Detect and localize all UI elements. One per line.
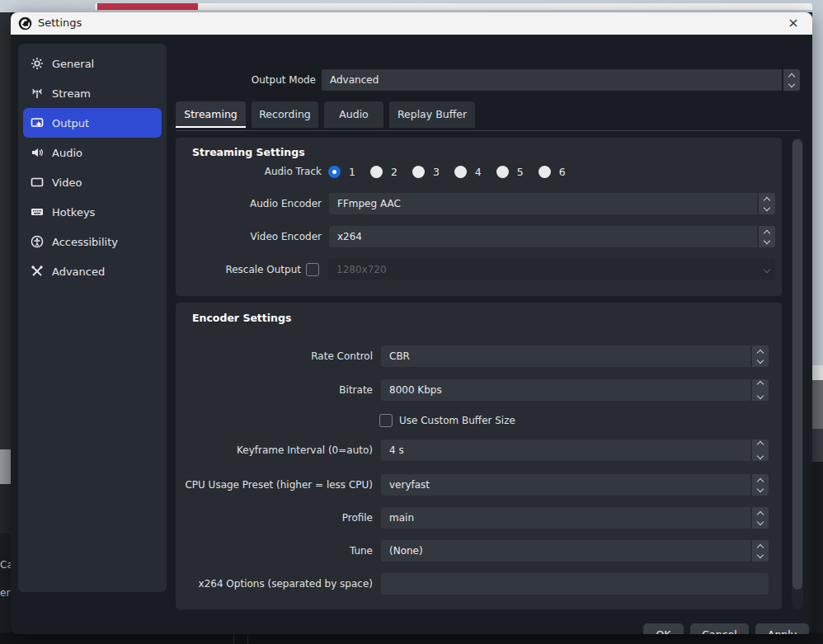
spinner-buttons[interactable]	[752, 540, 769, 562]
use-custom-buffer-size-label: Use Custom Buffer Size	[399, 410, 647, 431]
cpu-usage-preset-label: CPU Usage Preset (higher = less CPU)	[125, 474, 373, 496]
sidebar-item-hotkeys[interactable]: Hotkeys	[23, 197, 162, 227]
output-mode-label: Output Mode	[151, 69, 316, 91]
bitrate-value: 8000 Kbps	[381, 379, 750, 401]
background-divider	[233, 632, 234, 644]
radio-track-4[interactable]	[454, 166, 467, 178]
chevron-up-icon	[764, 229, 770, 236]
spinner-buttons[interactable]	[752, 507, 769, 529]
tab-replay-buffer[interactable]: Replay Buffer	[389, 101, 475, 128]
profile-select[interactable]: main	[381, 507, 769, 529]
radio-track-3[interactable]	[412, 166, 425, 178]
radio-track-1[interactable]	[328, 166, 341, 178]
desktop-background-right	[812, 12, 823, 632]
dropdown-button[interactable]	[759, 259, 775, 280]
sidebar-item-stream[interactable]: Stream	[23, 78, 162, 108]
chevron-up-icon	[757, 441, 764, 448]
radio-track-6[interactable]	[538, 166, 551, 178]
spinner-buttons[interactable]	[752, 474, 769, 496]
radio-track-5[interactable]	[496, 166, 509, 178]
chevron-down-icon	[788, 80, 795, 87]
apply-button[interactable]: Apply	[755, 623, 809, 634]
x264-options-label: x264 Options (separated by space)	[125, 573, 373, 595]
rescale-output-label: Rescale Output	[136, 259, 301, 280]
bitrate-label: Bitrate	[125, 379, 373, 401]
speaker-icon	[31, 146, 44, 159]
radio-label: 3	[433, 166, 440, 178]
sidebar-item-label: Video	[52, 176, 82, 189]
title-bar[interactable]: Settings ×	[11, 12, 812, 35]
video-encoder-label: Video Encoder	[157, 226, 322, 247]
background-text-fragment: Ca	[0, 559, 11, 571]
chevron-up-icon	[788, 73, 795, 79]
radio-label: 5	[517, 166, 524, 178]
chevron-down-icon	[764, 204, 770, 210]
output-icon	[31, 116, 44, 129]
desktop-background-left: Ca er	[0, 12, 11, 632]
spinner-buttons[interactable]	[783, 69, 800, 91]
ok-button[interactable]: OK	[643, 623, 684, 634]
sidebar-item-label: Output	[52, 117, 89, 129]
keyframe-interval-value: 4 s	[381, 440, 750, 461]
tab-streaming[interactable]: Streaming	[176, 101, 246, 128]
chevron-down-icon	[757, 453, 764, 459]
output-mode-select[interactable]: Advanced	[322, 69, 800, 91]
chevron-down-icon	[757, 356, 764, 363]
sidebar-item-label: Hotkeys	[52, 206, 95, 219]
sidebar-item-label: General	[52, 58, 94, 70]
scrollbar-thumb[interactable]	[792, 139, 802, 590]
rate-control-label: Rate Control	[125, 346, 373, 367]
sidebar-item-general[interactable]: General	[23, 49, 162, 78]
chevron-down-icon	[764, 266, 770, 273]
chevron-up-icon	[757, 543, 764, 550]
close-button[interactable]: ×	[781, 12, 806, 35]
chevron-up-icon	[764, 196, 770, 203]
spinner-buttons[interactable]	[752, 379, 769, 401]
audio-encoder-value: FFmpeg AAC	[329, 193, 757, 214]
spinner-buttons[interactable]	[759, 226, 775, 247]
tune-select[interactable]: (None)	[381, 540, 769, 562]
x264-options-input[interactable]	[381, 573, 769, 595]
sidebar-item-output[interactable]: Output	[23, 108, 162, 138]
spinner-buttons[interactable]	[752, 346, 769, 367]
rescale-resolution-select[interactable]: 1280x720	[328, 259, 775, 280]
tab-recording[interactable]: Recording	[252, 101, 318, 128]
keyframe-interval-spinbox[interactable]: 4 s	[381, 440, 769, 461]
radio-track-2[interactable]	[370, 166, 383, 178]
background-divider	[247, 632, 248, 644]
rate-control-select[interactable]: CBR	[381, 346, 769, 367]
tab-audio[interactable]: Audio	[324, 101, 383, 128]
monitor-icon	[31, 176, 44, 189]
background-window-edge	[95, 3, 812, 10]
rescale-output-checkbox[interactable]	[306, 263, 319, 276]
chevron-up-icon	[757, 381, 764, 388]
streaming-settings-title: Streaming Settings	[192, 146, 305, 158]
antenna-icon	[31, 87, 44, 100]
background-patch	[0, 484, 11, 534]
background-text-fragment: er	[0, 587, 11, 599]
background-patch	[0, 449, 11, 484]
radio-label: 1	[349, 166, 355, 178]
bitrate-spinbox[interactable]: 8000 Kbps	[381, 379, 769, 401]
video-encoder-select[interactable]: x264	[329, 226, 775, 247]
sidebar-item-audio[interactable]: Audio	[23, 138, 162, 167]
cpu-usage-preset-select[interactable]: veryfast	[381, 474, 769, 496]
chevron-down-icon	[764, 237, 770, 243]
spinner-buttons[interactable]	[759, 193, 775, 214]
desktop-background-bottom	[0, 632, 823, 644]
cancel-button[interactable]: Cancel	[690, 623, 749, 634]
chevron-down-icon	[757, 393, 764, 399]
audio-track-radio-group: 1 2 3 4 5 6	[328, 165, 572, 178]
profile-label: Profile	[125, 507, 373, 529]
use-custom-buffer-size-checkbox[interactable]	[379, 414, 393, 427]
audio-encoder-select[interactable]: FFmpeg AAC	[329, 193, 775, 214]
encoder-settings-title: Encoder Settings	[192, 312, 291, 324]
audio-track-label: Audio Track	[157, 165, 322, 178]
sidebar-item-video[interactable]: Video	[23, 167, 162, 197]
vertical-scrollbar[interactable]	[792, 138, 803, 609]
output-mode-value: Advanced	[322, 69, 782, 91]
spinner-buttons[interactable]	[752, 440, 769, 461]
sidebar-item-accessibility[interactable]: Accessibility	[23, 227, 162, 256]
chevron-down-icon	[757, 485, 764, 491]
window-title: Settings	[38, 16, 82, 29]
